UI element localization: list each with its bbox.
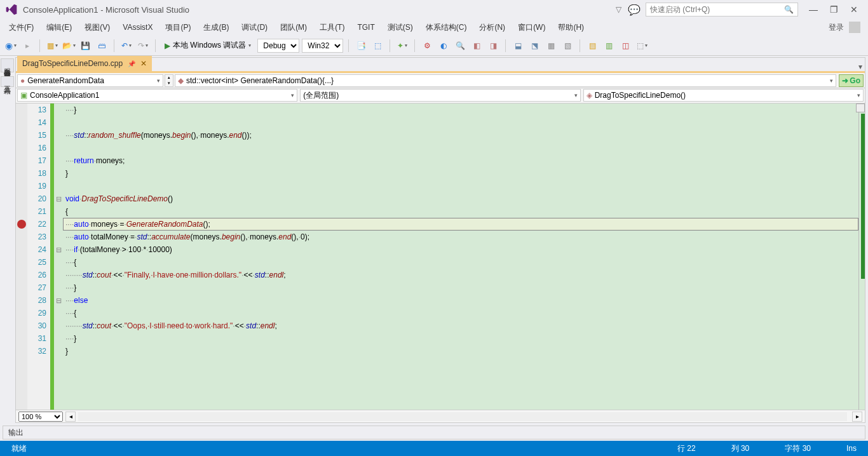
tool-l[interactable]: ▧	[560, 39, 574, 53]
hscroll-left[interactable]: ◂	[65, 412, 76, 422]
menu-analyze[interactable]: 分析(N)	[474, 20, 510, 35]
tool-a[interactable]: 📑	[354, 39, 368, 53]
restore-button[interactable]: ❐	[825, 3, 843, 17]
tool-k[interactable]: ▦	[544, 39, 558, 53]
code-editor[interactable]: 1314151617181920212223242526272829303132…	[16, 104, 865, 410]
code-line[interactable]: ····}	[63, 332, 858, 345]
code-line[interactable]: ····return·moneys;	[63, 154, 858, 167]
code-line[interactable]: ····}	[63, 281, 858, 294]
code-line[interactable]: {	[63, 205, 858, 218]
scope-combo[interactable]: (全局范围)▾	[300, 89, 580, 102]
va-definition-combo[interactable]: ◆ std::vector<int> GenerateRandomData(){…	[175, 74, 836, 87]
code-line[interactable]: ········std::cout·<<·"Finally,·I·have·on…	[63, 269, 858, 281]
fold-toggle[interactable]: ⊟	[54, 192, 63, 205]
close-button[interactable]: ✕	[845, 3, 863, 17]
menu-architecture[interactable]: 体系结构(C)	[421, 20, 472, 35]
tool-p[interactable]: ⬚	[635, 39, 649, 53]
menu-window[interactable]: 窗口(W)	[513, 20, 550, 35]
menu-debug[interactable]: 调试(D)	[236, 20, 273, 35]
login-link[interactable]: 登录	[829, 22, 844, 33]
new-project-button[interactable]: ▦	[45, 39, 59, 53]
code-line[interactable]: ····auto·totalMoney·=·std::accumulate(mo…	[63, 231, 858, 243]
code-line[interactable]: }	[63, 167, 858, 180]
tool-f[interactable]: 🔍	[453, 39, 467, 53]
fold-toggle	[54, 332, 63, 345]
fold-toggle	[54, 307, 63, 319]
hscroll-right[interactable]: ▸	[852, 412, 862, 422]
menu-tgit[interactable]: TGIT	[352, 21, 379, 34]
code-line[interactable]	[63, 142, 858, 154]
code-line[interactable]: void·DragToSpecificLineDemo()	[63, 192, 858, 205]
tool-o[interactable]: ◫	[618, 39, 632, 53]
status-ins[interactable]: Ins	[841, 444, 862, 453]
tool-m[interactable]: ▤	[585, 39, 599, 53]
code-line[interactable]	[63, 116, 858, 129]
project-combo[interactable]: ▣ ConsoleApplication1▾	[17, 89, 297, 102]
fold-toggle	[54, 281, 63, 294]
doc-tab-active[interactable]: DragToSpecificLineDemo.cpp 📌 ✕	[17, 56, 152, 71]
menu-tools[interactable]: 工具(T)	[315, 20, 349, 35]
search-icon[interactable]: 🔍	[784, 5, 794, 14]
va-context-combo[interactable]: ● GenerateRandomData ▾	[17, 74, 163, 87]
menu-edit[interactable]: 编辑(E)	[41, 20, 77, 35]
notification-icon[interactable]: ▽	[616, 5, 621, 14]
avatar-icon[interactable]	[849, 22, 860, 33]
fold-toggle[interactable]: ⊟	[54, 243, 63, 256]
code-line[interactable]: ········std::cout·<<·"Oops,·I·still·need…	[63, 319, 858, 332]
nav-stepper[interactable]: ▴▾	[165, 74, 173, 87]
nav-fwd-button[interactable]: ▸	[20, 39, 34, 53]
tool-j[interactable]: ⬔	[527, 39, 541, 53]
menu-project[interactable]: 项目(P)	[160, 20, 196, 35]
output-panel-header[interactable]: 输出	[3, 426, 865, 439]
undo-button[interactable]: ↶	[119, 39, 133, 53]
doc-tab-close[interactable]: ✕	[140, 59, 147, 68]
save-all-button[interactable]: 🗃	[95, 39, 109, 53]
minimize-button[interactable]: —	[804, 3, 822, 17]
start-debug-button[interactable]: ▶ 本地 Windows 调试器 ▾	[161, 38, 255, 53]
tool-h[interactable]: ◨	[486, 39, 500, 53]
redo-button[interactable]: ↷	[136, 39, 150, 53]
code-line[interactable]: }	[63, 345, 858, 358]
code-line[interactable]: ····auto·moneys·=·GenerateRandomData();	[63, 218, 858, 231]
go-button[interactable]: ➜Go	[839, 74, 864, 87]
hscroll-track[interactable]	[78, 412, 847, 421]
function-combo[interactable]: ◈ DragToSpecificLineDemo()▾	[583, 89, 864, 102]
side-tab-server-explorer[interactable]: 服务器资源管理器	[1, 58, 14, 72]
menu-test[interactable]: 测试(S)	[383, 20, 418, 35]
code-line[interactable]: ····}	[63, 104, 858, 116]
nav-back-button[interactable]: ◉	[4, 39, 18, 53]
tool-g[interactable]: ◧	[470, 39, 484, 53]
menu-help[interactable]: 帮助(H)	[553, 20, 589, 35]
code-line[interactable]: ····if·(totalMoney·>·100·*·10000)	[63, 243, 858, 256]
breakpoint-icon[interactable]	[17, 220, 26, 229]
platform-select[interactable]: Win32	[302, 39, 343, 53]
menu-build[interactable]: 生成(B)	[198, 20, 234, 35]
open-button[interactable]: 📂	[62, 39, 76, 53]
menu-team[interactable]: 团队(M)	[275, 20, 312, 35]
tool-b[interactable]: ⬚	[370, 39, 384, 53]
config-select[interactable]: Debug	[257, 39, 299, 53]
quick-launch-input[interactable]	[650, 5, 784, 14]
code-line[interactable]: ····{	[63, 307, 858, 319]
code-line[interactable]: ····else	[63, 294, 858, 307]
quick-launch-box[interactable]: 🔍	[646, 3, 798, 17]
fold-toggle[interactable]: ⊟	[54, 294, 63, 307]
tool-d[interactable]: ⚙	[420, 39, 434, 53]
code-line[interactable]: ····{	[63, 256, 858, 269]
menu-file[interactable]: 文件(F)	[4, 20, 39, 35]
tool-c[interactable]: ✦	[395, 39, 409, 53]
code-line[interactable]: ····std::random_shuffle(moneys.begin(),·…	[63, 129, 858, 142]
zoom-select[interactable]: 100 %	[18, 412, 63, 422]
side-tab-toolbox[interactable]: 工具箱	[1, 76, 14, 87]
feedback-icon[interactable]: 💬	[628, 4, 641, 16]
tool-i[interactable]: ⬓	[511, 39, 525, 53]
code-line[interactable]	[63, 180, 858, 192]
tool-n[interactable]: ▥	[602, 39, 616, 53]
pin-icon[interactable]: 📌	[128, 60, 135, 67]
tab-overflow-button[interactable]: ▾	[858, 62, 862, 71]
split-button[interactable]	[856, 104, 865, 112]
menu-view[interactable]: 视图(V)	[79, 20, 115, 35]
tool-e[interactable]: ◐	[437, 39, 451, 53]
save-button[interactable]: 💾	[78, 39, 92, 53]
menu-vassistx[interactable]: VAssistX	[118, 21, 158, 34]
